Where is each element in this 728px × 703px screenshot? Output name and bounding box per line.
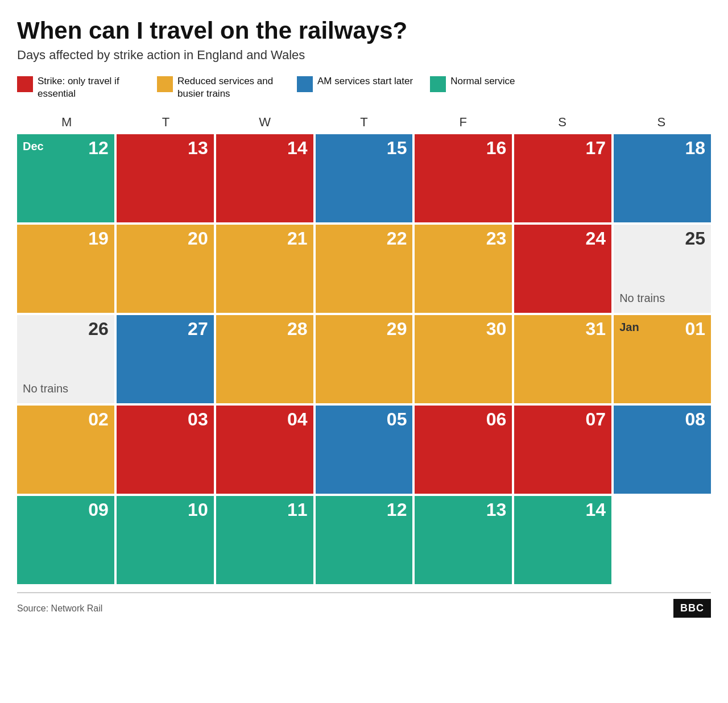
cell-number: 27 xyxy=(188,320,208,338)
cal-cell-r3c2: 04 xyxy=(216,406,313,494)
cell-number: 30 xyxy=(486,320,507,338)
cell-number: 01 xyxy=(685,320,705,338)
cal-cell-r4c5: 14 xyxy=(514,496,611,584)
cal-cell-r1c2: 21 xyxy=(216,225,313,313)
cal-cell-r2c2: 28 xyxy=(216,315,313,403)
cal-cell-r0c3: 15 xyxy=(316,134,413,222)
cell-number: 12 xyxy=(88,139,109,157)
cal-cell-r1c0: 19 xyxy=(17,225,114,313)
legend-item-normal: Normal service xyxy=(430,75,515,92)
day-header-2: W xyxy=(216,113,315,132)
cal-cell-r1c1: 20 xyxy=(117,225,214,313)
cal-cell-r3c5: 07 xyxy=(514,406,611,494)
day-header-4: F xyxy=(413,113,512,132)
cal-cell-r3c6: 08 xyxy=(614,406,711,494)
cal-cell-r3c0: 02 xyxy=(17,406,114,494)
legend-swatch-reduced xyxy=(157,76,173,92)
day-header-3: T xyxy=(315,113,413,132)
cell-number: 02 xyxy=(88,410,109,428)
cal-cell-r4c1: 10 xyxy=(117,496,214,584)
cal-cell-r4c3: 12 xyxy=(316,496,413,584)
cell-number: 09 xyxy=(88,501,109,519)
cal-cell-r2c4: 30 xyxy=(415,315,512,403)
cell-number: 05 xyxy=(387,410,407,428)
cal-cell-r2c3: 29 xyxy=(316,315,413,403)
cal-cell-r0c5: 17 xyxy=(514,134,611,222)
cell-number: 23 xyxy=(486,229,507,247)
source-text: Source: Network Rail xyxy=(17,603,102,614)
cal-cell-r4c6 xyxy=(614,496,711,584)
cal-cell-r2c6: Jan01 xyxy=(614,315,711,403)
cell-number: 28 xyxy=(287,320,308,338)
cell-number: 10 xyxy=(188,501,208,519)
day-header-6: S xyxy=(612,113,711,132)
no-trains-label: No trains xyxy=(619,291,665,305)
cal-cell-r4c2: 11 xyxy=(216,496,313,584)
legend-item-strike: Strike: only travel if essential xyxy=(17,75,140,100)
footer: Source: Network Rail BBC xyxy=(17,592,711,618)
cell-number: 13 xyxy=(188,139,208,157)
day-headers: MTWTFSS xyxy=(17,113,711,132)
cell-number: 25 xyxy=(685,229,705,247)
cell-number: 15 xyxy=(387,139,407,157)
cell-month-label: Jan xyxy=(619,321,639,334)
cell-number: 03 xyxy=(188,410,208,428)
cal-cell-r1c6: 25No trains xyxy=(614,225,711,313)
cell-number: 19 xyxy=(88,229,109,247)
calendar: MTWTFSS Dec1213141516171819202122232425N… xyxy=(17,113,711,584)
legend: Strike: only travel if essential Reduced… xyxy=(17,75,711,100)
cell-number: 12 xyxy=(387,501,407,519)
cell-number: 26 xyxy=(88,320,109,338)
cell-number: 24 xyxy=(586,229,606,247)
cell-number: 18 xyxy=(685,139,705,157)
day-header-0: M xyxy=(17,113,116,132)
cal-cell-r0c4: 16 xyxy=(415,134,512,222)
cal-cell-r2c1: 27 xyxy=(117,315,214,403)
legend-label-strike: Strike: only travel if essential xyxy=(38,75,140,100)
legend-label-am: AM services start later xyxy=(317,75,413,88)
bbc-logo: BBC xyxy=(673,599,711,618)
cell-number: 07 xyxy=(586,410,606,428)
page-title: When can I travel on the railways? xyxy=(17,17,711,44)
cell-month-label: Dec xyxy=(23,140,44,153)
calendar-grid: Dec1213141516171819202122232425No trains… xyxy=(17,134,711,584)
no-trains-label: No trains xyxy=(23,382,68,395)
cell-number: 22 xyxy=(387,229,407,247)
legend-swatch-normal xyxy=(430,76,446,92)
legend-item-am: AM services start later xyxy=(297,75,413,92)
cell-number: 14 xyxy=(586,501,606,519)
day-header-1: T xyxy=(116,113,215,132)
cell-number: 04 xyxy=(287,410,308,428)
cal-cell-r0c1: 13 xyxy=(117,134,214,222)
cell-number: 13 xyxy=(486,501,507,519)
cell-number: 20 xyxy=(188,229,208,247)
cal-cell-r2c5: 31 xyxy=(514,315,611,403)
subtitle: Days affected by strike action in Englan… xyxy=(17,48,711,63)
cal-cell-r0c2: 14 xyxy=(216,134,313,222)
legend-label-reduced: Reduced services and busier trains xyxy=(177,75,280,100)
cal-cell-r0c0: Dec12 xyxy=(17,134,114,222)
cell-number: 17 xyxy=(586,139,606,157)
cal-cell-r3c3: 05 xyxy=(316,406,413,494)
cal-cell-r4c0: 09 xyxy=(17,496,114,584)
legend-item-reduced: Reduced services and busier trains xyxy=(157,75,280,100)
cell-number: 16 xyxy=(486,139,507,157)
cal-cell-r3c4: 06 xyxy=(415,406,512,494)
cell-number: 11 xyxy=(287,501,308,519)
cal-cell-r2c0: 26No trains xyxy=(17,315,114,403)
cell-number: 08 xyxy=(685,410,705,428)
legend-label-normal: Normal service xyxy=(450,75,515,88)
cal-cell-r3c1: 03 xyxy=(117,406,214,494)
cal-cell-r4c4: 13 xyxy=(415,496,512,584)
legend-swatch-strike xyxy=(17,76,33,92)
cell-number: 31 xyxy=(586,320,606,338)
legend-swatch-am xyxy=(297,76,313,92)
cal-cell-r0c6: 18 xyxy=(614,134,711,222)
cell-number: 06 xyxy=(486,410,507,428)
day-header-5: S xyxy=(512,113,611,132)
cal-cell-r1c5: 24 xyxy=(514,225,611,313)
cal-cell-r1c3: 22 xyxy=(316,225,413,313)
cell-number: 14 xyxy=(287,139,308,157)
cell-number: 29 xyxy=(387,320,407,338)
cal-cell-r1c4: 23 xyxy=(415,225,512,313)
